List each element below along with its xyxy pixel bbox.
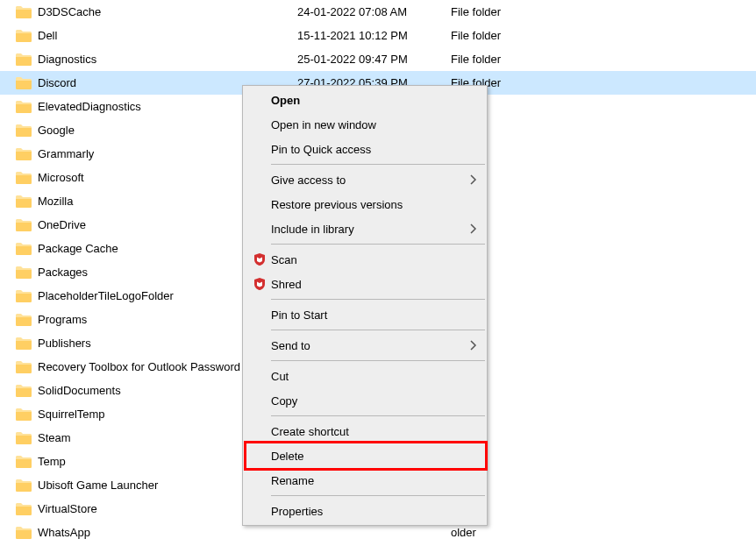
- context-menu: OpenOpen in new windowPin to Quick acces…: [242, 85, 488, 526]
- menu-item-delete[interactable]: Delete: [245, 443, 485, 468]
- mcafee-icon: [248, 252, 271, 266]
- menu-separator: [271, 360, 485, 361]
- folder-icon: [16, 408, 32, 422]
- folder-icon: [16, 218, 32, 232]
- file-name: WhatsApp: [34, 526, 297, 539]
- menu-item-give-access-to[interactable]: Give access to: [245, 167, 485, 192]
- mcafee-icon: [248, 277, 271, 291]
- menu-item-pin-to-quick-access[interactable]: Pin to Quick access: [245, 137, 485, 161]
- file-row[interactable]: D3DSCache24-01-2022 07:08 AMFile folder: [0, 0, 756, 24]
- file-date: 15-11-2021 10:12 PM: [297, 29, 451, 42]
- folder-icon: [16, 29, 32, 43]
- menu-item-label: Scan: [271, 253, 466, 266]
- file-type: older: [451, 526, 582, 539]
- folder-icon: [16, 337, 32, 351]
- file-type: File folder: [451, 5, 582, 18]
- menu-item-create-shortcut[interactable]: Create shortcut: [245, 419, 485, 443]
- folder-icon: [16, 455, 32, 469]
- menu-item-label: Shred: [271, 278, 466, 291]
- menu-item-include-in-library[interactable]: Include in library: [245, 216, 485, 241]
- menu-item-open[interactable]: Open: [245, 88, 485, 112]
- menu-separator: [271, 299, 485, 300]
- menu-item-shred[interactable]: Shred: [245, 272, 485, 296]
- file-row[interactable]: Diagnostics25-01-2022 09:47 PMFile folde…: [0, 47, 756, 71]
- menu-item-properties[interactable]: Properties: [245, 499, 485, 523]
- folder-icon: [16, 384, 32, 398]
- file-name: D3DSCache: [34, 5, 297, 18]
- menu-item-label: Include in library: [271, 223, 466, 236]
- chevron-right-icon: [470, 174, 477, 185]
- folder-icon: [16, 53, 32, 67]
- chevron-right-icon: [470, 340, 477, 351]
- menu-separator: [271, 164, 485, 165]
- folder-icon: [16, 195, 32, 209]
- submenu-arrow: [466, 174, 481, 185]
- menu-separator: [271, 244, 485, 245]
- submenu-arrow: [466, 223, 481, 234]
- file-date: 24-01-2022 07:08 AM: [297, 5, 451, 18]
- file-name: Dell: [34, 29, 297, 42]
- menu-item-label: Pin to Start: [271, 308, 466, 322]
- file-type: File folder: [451, 53, 582, 66]
- folder-icon: [16, 76, 32, 90]
- folder-icon: [16, 147, 32, 161]
- mcafee-shield-icon: [253, 252, 267, 266]
- menu-item-label: Create shortcut: [271, 425, 466, 438]
- file-date: 25-01-2022 09:47 PM: [297, 53, 451, 66]
- menu-item-copy[interactable]: Copy: [245, 388, 485, 413]
- menu-item-pin-to-start[interactable]: Pin to Start: [245, 302, 485, 327]
- menu-item-send-to[interactable]: Send to: [245, 333, 485, 358]
- menu-item-open-in-new-window[interactable]: Open in new window: [245, 112, 485, 137]
- menu-item-label: Rename: [271, 474, 466, 487]
- menu-item-label: Send to: [271, 339, 466, 352]
- chevron-right-icon: [470, 223, 477, 234]
- folder-icon: [16, 479, 32, 493]
- folder-icon: [16, 171, 32, 185]
- menu-separator: [271, 495, 485, 496]
- folder-icon: [16, 242, 32, 256]
- menu-item-label: Copy: [271, 394, 466, 408]
- file-name: Diagnostics: [34, 53, 297, 66]
- mcafee-shield-icon: [253, 277, 267, 291]
- menu-item-label: Pin to Quick access: [271, 143, 466, 156]
- menu-item-label: Delete: [271, 450, 466, 463]
- folder-icon: [16, 289, 32, 303]
- folder-icon: [16, 5, 32, 19]
- menu-item-label: Open in new window: [271, 118, 466, 131]
- menu-separator: [271, 415, 485, 416]
- folder-icon: [16, 431, 32, 445]
- folder-icon: [16, 526, 32, 540]
- folder-icon: [16, 266, 32, 280]
- folder-icon: [16, 100, 32, 114]
- menu-item-label: Give access to: [271, 174, 466, 187]
- menu-item-label: Cut: [271, 370, 466, 383]
- folder-icon: [16, 313, 32, 327]
- file-row[interactable]: Dell15-11-2021 10:12 PMFile folder: [0, 24, 756, 47]
- menu-separator: [271, 330, 485, 330]
- menu-item-restore-previous-versions[interactable]: Restore previous versions: [245, 192, 485, 216]
- folder-icon: [16, 502, 32, 516]
- menu-item-rename[interactable]: Rename: [245, 468, 485, 493]
- file-type: File folder: [451, 29, 582, 42]
- menu-item-scan[interactable]: Scan: [245, 247, 485, 272]
- menu-item-label: Open: [271, 94, 466, 107]
- menu-item-label: Restore previous versions: [271, 198, 466, 211]
- folder-icon: [16, 360, 32, 374]
- folder-icon: [16, 124, 32, 138]
- menu-item-cut[interactable]: Cut: [245, 364, 485, 388]
- menu-item-label: Properties: [271, 505, 466, 518]
- submenu-arrow: [466, 340, 481, 351]
